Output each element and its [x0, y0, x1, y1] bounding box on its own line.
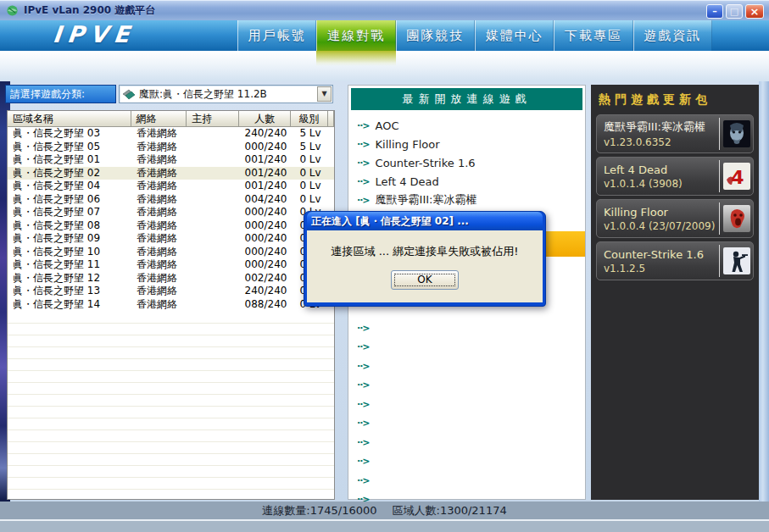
column-header-host[interactable]: 主持 — [187, 111, 239, 127]
selected-category: 魔獸:眞・信長之野望 11.2B — [139, 87, 317, 102]
cell-host — [187, 246, 240, 259]
ok-button[interactable]: OK — [391, 270, 459, 290]
cell-network: 香港網絡 — [131, 180, 187, 193]
room-row[interactable]: 眞・信長之野望 14 香港網絡 088/240 0 Lv — [8, 298, 334, 312]
empty-game-slot[interactable] — [357, 433, 582, 452]
room-row[interactable]: 眞・信長之野望 10 香港網絡 000/240 0 Lv — [8, 246, 334, 259]
room-table: 區域名稱 網絡 主持 人數 級別 眞・信長之野望 03 香港網絡 240/240… — [7, 110, 335, 500]
empty-game-slot[interactable] — [357, 395, 582, 414]
game-name: AOC — [376, 119, 399, 132]
cell-region-name: 眞・信長之野望 08 — [8, 219, 131, 233]
game-list-item[interactable]: 魔獸爭霸III:寒冰霸權 — [357, 191, 582, 209]
cell-host — [187, 285, 240, 298]
empty-game-slot[interactable] — [357, 452, 582, 472]
titlebar: IPvE vLan 2900 遊戲平台 – □ × — [0, 0, 769, 20]
game-list-item[interactable]: Left 4 Dead — [357, 172, 582, 191]
nav-tabs: 用戶帳號 連線對戰 團隊競技 媒體中心 下載專區 遊戲資訊 — [237, 20, 712, 51]
game-list-item[interactable]: AOC — [357, 116, 582, 135]
arrow-bullet-icon — [357, 120, 370, 131]
cell-players: 004/240 — [240, 193, 292, 207]
cell-region-name: 眞・信長之野望 05 — [8, 141, 131, 154]
tab-online-battle[interactable]: 連線對戰 — [316, 20, 395, 51]
empty-game-slot[interactable] — [357, 471, 582, 490]
cell-network: 香港網絡 — [131, 167, 187, 180]
tab-download-zone[interactable]: 下載專區 — [554, 20, 632, 51]
cell-region-name: 眞・信長之野望 11 — [8, 258, 131, 272]
dialog-titlebar[interactable]: 正在進入 [眞・信長之野望 02] ... — [307, 212, 543, 230]
empty-game-slot[interactable] — [357, 376, 582, 396]
table-empty-rows — [8, 312, 334, 499]
cell-filler — [329, 167, 334, 180]
cell-players: 000/240 — [240, 141, 292, 154]
dropdown-arrow-icon[interactable]: ▼ — [317, 86, 332, 102]
card-icon-frame — [719, 202, 753, 235]
card-text: 魔獸爭霸III:寒冰霸權 v1.23.0.6352 — [597, 119, 719, 148]
active-tab-glow — [316, 51, 396, 66]
room-row[interactable]: 眞・信長之野望 02 香港網絡 001/240 0 Lv — [8, 167, 334, 180]
tab-game-info[interactable]: 遊戲資訊 — [633, 20, 712, 51]
room-row[interactable]: 眞・信長之野望 07 香港網絡 000/240 0 Lv — [8, 206, 334, 219]
cell-players: 088/240 — [240, 298, 292, 312]
empty-game-slot[interactable] — [357, 319, 582, 338]
cell-players: 000/240 — [240, 219, 292, 233]
arrow-bullet-icon — [357, 475, 370, 486]
dialog-message: 連接區域 ... 綁定連接阜失敗或被佔用! — [307, 244, 543, 259]
svg-text:4: 4 — [731, 167, 744, 188]
room-row[interactable]: 眞・信長之野望 08 香港網絡 000/240 0 Lv — [8, 219, 334, 233]
cell-network: 香港網絡 — [131, 219, 187, 233]
tab-media-center[interactable]: 媒體中心 — [475, 20, 554, 51]
empty-game-slot[interactable] — [357, 338, 582, 357]
cell-network: 香港網絡 — [131, 141, 187, 154]
minimize-button[interactable]: – — [706, 4, 723, 19]
room-row[interactable]: 眞・信長之野望 03 香港網絡 240/240 5 Lv — [8, 127, 334, 141]
tab-team-competition[interactable]: 團隊競技 — [396, 20, 475, 51]
room-row[interactable]: 眞・信長之野望 12 香港網絡 002/240 0 Lv — [8, 272, 334, 285]
tab-user-account[interactable]: 用戶帳號 — [237, 20, 316, 51]
room-row[interactable]: 眞・信長之野望 13 香港網絡 240/240 0 Lv — [8, 285, 334, 298]
update-card-left4dead[interactable]: Left 4 Dead v1.0.1.4 (3908) 4 — [596, 157, 754, 196]
update-card-counterstrike[interactable]: Counter-Strike 1.6 v1.1.2.5 — [596, 241, 754, 280]
connection-count: 連線數量:1745/16000 — [262, 503, 376, 518]
room-row[interactable]: 眞・信長之野望 05 香港網絡 000/240 5 Lv — [8, 141, 334, 154]
cell-host — [187, 219, 240, 233]
column-header-level[interactable]: 級別 — [291, 111, 328, 127]
game-list-item[interactable]: Killing Floor — [357, 135, 582, 153]
cell-region-name: 眞・信長之野望 01 — [8, 153, 131, 167]
room-row[interactable]: 眞・信長之野望 04 香港網絡 001/240 0 Lv — [8, 180, 334, 193]
cell-region-name: 眞・信長之野望 07 — [8, 206, 131, 219]
cell-network: 香港網絡 — [131, 285, 187, 298]
card-text: Counter-Strike 1.6 v1.1.2.5 — [597, 248, 719, 274]
status-bar: 連線數量:1745/16000 區域人數:1300/21174 — [0, 502, 769, 519]
room-row[interactable]: 眞・信長之野望 06 香港網絡 004/240 0 Lv — [8, 193, 334, 207]
game-category-dropdown[interactable]: 魔獸:眞・信長之野望 11.2B ▼ — [119, 85, 333, 103]
arrow-bullet-icon — [357, 361, 370, 372]
app-window: IPvE vLan 2900 遊戲平台 – □ × IPVE 用戶帳號 連線對戰… — [0, 0, 769, 532]
close-button[interactable]: × — [745, 4, 764, 19]
bottom-window-edge — [0, 521, 769, 532]
cell-region-name: 眞・信長之野望 14 — [8, 298, 131, 312]
cell-players: 240/240 — [240, 127, 292, 141]
game-name: Counter-Strike 1.6 — [376, 157, 476, 169]
column-header-network[interactable]: 網絡 — [131, 111, 187, 127]
updates-title: 熱門遊戲更新包 — [599, 92, 759, 108]
cell-host — [187, 232, 240, 246]
maximize-button[interactable]: □ — [726, 4, 743, 19]
column-header-region[interactable]: 區域名稱 — [8, 111, 131, 127]
column-header-players[interactable]: 人數 — [239, 111, 291, 127]
empty-games-list — [357, 319, 582, 509]
cell-host — [187, 193, 240, 207]
dialog-title: 正在進入 [眞・信長之野望 02] ... — [311, 214, 469, 229]
empty-game-slot[interactable] — [357, 357, 582, 376]
room-row[interactable]: 眞・信長之野望 09 香港網絡 000/240 0 Lv — [8, 232, 334, 246]
room-row[interactable]: 眞・信長之野望 01 香港網絡 001/240 0 Lv — [8, 153, 334, 167]
arrow-bullet-icon — [357, 437, 370, 448]
update-card-warcraft3[interactable]: 魔獸爭霸III:寒冰霸權 v1.23.0.6352 — [596, 114, 754, 153]
cell-region-name: 眞・信長之野望 04 — [8, 180, 131, 193]
update-card-killingfloor[interactable]: Killing Floor v1.0.0.4 (23/07/2009) — [596, 199, 754, 238]
room-row[interactable]: 眞・信長之野望 11 香港網絡 000/240 0 Lv — [8, 258, 334, 272]
game-list-item[interactable]: Counter-Strike 1.6 — [357, 153, 582, 172]
empty-game-slot[interactable] — [357, 414, 582, 434]
cell-region-name: 眞・信長之野望 06 — [8, 193, 131, 207]
dialog-body: 連接區域 ... 綁定連接阜失敗或被佔用! OK — [307, 230, 543, 302]
warcraft3-icon — [723, 120, 750, 147]
